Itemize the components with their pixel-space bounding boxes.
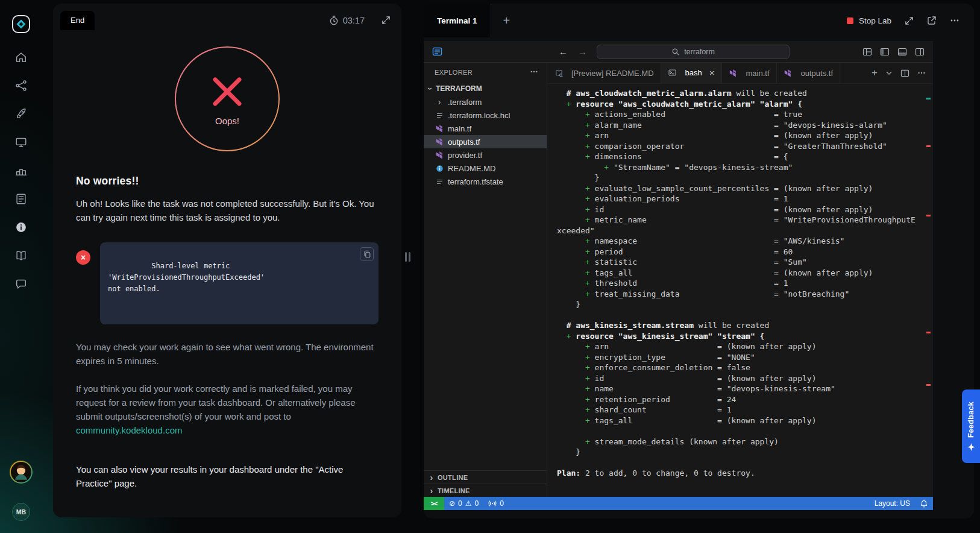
terminal-1-tab[interactable]: Terminal 1 [424, 4, 491, 37]
fullscreen-icon[interactable] [905, 16, 914, 25]
error-icon: × [76, 250, 90, 265]
docs-icon[interactable] [14, 249, 28, 262]
file-item-outputs.tf[interactable]: outputs.tf [424, 135, 547, 148]
feedback-button[interactable]: Feedback [962, 390, 980, 463]
more-icon[interactable] [950, 16, 960, 25]
layout-indicator[interactable]: Layout: US [870, 497, 915, 510]
remote-indicator[interactable]: >< [424, 497, 444, 510]
profile-badge[interactable]: MB [12, 503, 30, 521]
open-new-window-icon[interactable] [927, 16, 937, 25]
file-tree: ›.terraform.terraform.lock.hclmain.tfout… [424, 95, 547, 188]
file-item-provider.tf[interactable]: provider.tf [424, 148, 547, 162]
file-label: provider.tf [448, 151, 482, 160]
labs-icon[interactable] [14, 136, 28, 149]
editor-tab-bar: [Preview] README.MDbash×main.tfoutputs.t… [547, 63, 933, 84]
chevron-right-icon: › [428, 473, 435, 482]
problems-indicator[interactable]: ⊘ 0 ⚠ 0 [444, 497, 483, 510]
search-icon [671, 48, 680, 56]
terminal-line: + evaluation_periods = 1 [557, 194, 925, 204]
chevron-down-icon[interactable] [885, 69, 893, 77]
file-label: outputs.tf [448, 137, 480, 147]
terminal-icon [668, 69, 677, 77]
oops-label: Oops! [174, 116, 280, 126]
terraform-icon [435, 125, 444, 133]
terminal-line: } [557, 172, 925, 183]
terminal-line [557, 426, 925, 437]
file-item-terraform.tfstate[interactable]: terraform.tfstate [424, 175, 547, 188]
avatar[interactable] [10, 461, 33, 484]
terraform-icon [435, 151, 444, 159]
home-icon[interactable] [14, 51, 28, 64]
community-link[interactable]: community.kodekloud.com [76, 425, 182, 435]
learning-path-icon[interactable] [14, 79, 28, 92]
oops-circle [174, 46, 280, 152]
stopwatch-icon [329, 15, 339, 25]
file-label: .terraform [448, 98, 482, 107]
timeline-section[interactable]: › TIMELINE [424, 484, 547, 497]
file-item-readme.md[interactable]: README.MD [424, 162, 547, 175]
search-box[interactable]: terraform [597, 45, 790, 59]
terminal-panel: Terminal 1 + Stop Lab [424, 4, 974, 519]
scrollbar[interactable] [925, 84, 933, 497]
chat-icon[interactable] [14, 277, 28, 291]
leaderboard-icon[interactable] [14, 164, 28, 177]
status-bar: >< ⊘ 0 ⚠ 0 0 Layout: US [424, 497, 933, 510]
file-item-.terraform[interactable]: ›.terraform [424, 95, 547, 109]
more-icon[interactable] [917, 69, 926, 77]
split-editor-icon[interactable] [900, 69, 909, 78]
ports-indicator[interactable]: 0 [483, 497, 509, 510]
outline-section[interactable]: › OUTLINE [424, 470, 547, 484]
explorer-header: EXPLORER [424, 63, 547, 82]
editor-tab-outputs.tf[interactable]: outputs.tf [777, 63, 840, 83]
chevron-right-icon: › [435, 98, 444, 106]
terminal-line: + treat_missing_data = "notBreaching" [557, 289, 925, 300]
add-terminal-icon[interactable]: + [503, 14, 510, 27]
panel-resize-handle[interactable] [405, 252, 410, 262]
oops-graphic: Oops! [174, 46, 280, 152]
bell-icon[interactable] [915, 497, 933, 510]
toggle-sidebar-icon[interactable] [880, 47, 890, 57]
info-icon[interactable] [14, 221, 28, 234]
toggle-panel-icon[interactable] [897, 47, 907, 57]
kodekloud-logo[interactable] [9, 12, 33, 36]
file-label: README.MD [448, 164, 495, 173]
notes-icon[interactable] [14, 192, 28, 206]
editor-tab--preview-readme.md[interactable]: [Preview] README.MD [547, 63, 661, 83]
chevron-right-icon: › [428, 487, 435, 495]
tab-label: [Preview] README.MD [571, 69, 654, 78]
end-tab[interactable]: End [60, 11, 95, 30]
stop-lab-button[interactable]: Stop Lab [847, 16, 891, 25]
terminal-line: + encryption_type = "NONE" [557, 352, 925, 363]
task-review-text: If you think you did your work correctly… [76, 383, 356, 421]
terminal-line: + period = 60 [557, 247, 925, 257]
editor-tab-bash[interactable]: bash× [661, 63, 722, 83]
terminal-panel-actions: Stop Lab [847, 16, 960, 25]
copy-icon[interactable] [360, 247, 374, 261]
terminal-output[interactable]: # aws_cloudwatch_metric_alarm.alarm will… [547, 84, 933, 497]
history-nav: ← → [559, 47, 587, 56]
file-item-.terraform.lock.hcl[interactable]: .terraform.lock.hcl [424, 109, 547, 122]
terminal-line: + namespace = "AWS/kinesis" [557, 236, 925, 247]
error-message-box: Shard-level metric 'WriteProvisionedThro… [100, 242, 378, 324]
task-panel-header: End 03:17 [53, 4, 401, 30]
expand-icon[interactable] [382, 16, 391, 25]
menu-icon[interactable] [432, 46, 442, 57]
error-row: × Shard-level metric 'WriteProvisionedTh… [76, 242, 378, 324]
vscode-body: EXPLORER › TERRAFORM ›.terraform.terrafo… [424, 63, 933, 497]
editor-tab-main.tf[interactable]: main.tf [722, 63, 777, 83]
tree-root-terraform[interactable]: › TERRAFORM [424, 82, 547, 95]
stop-square-icon [847, 17, 853, 24]
rocket-icon[interactable] [14, 107, 28, 121]
terminal-line: + threshold = 1 [557, 278, 925, 289]
explorer-title: EXPLORER [435, 69, 473, 76]
toggle-secondary-sidebar-icon[interactable] [915, 47, 925, 57]
explorer-more-icon[interactable] [530, 68, 538, 77]
close-icon[interactable]: × [709, 68, 715, 77]
terminal-line [557, 310, 925, 321]
file-item-main.tf[interactable]: main.tf [424, 122, 547, 135]
new-file-icon[interactable]: + [872, 67, 878, 79]
back-icon[interactable]: ← [559, 47, 568, 56]
file-label: .terraform.lock.hcl [448, 111, 510, 120]
customize-layout-icon[interactable] [862, 47, 872, 57]
forward-icon[interactable]: → [578, 47, 587, 56]
